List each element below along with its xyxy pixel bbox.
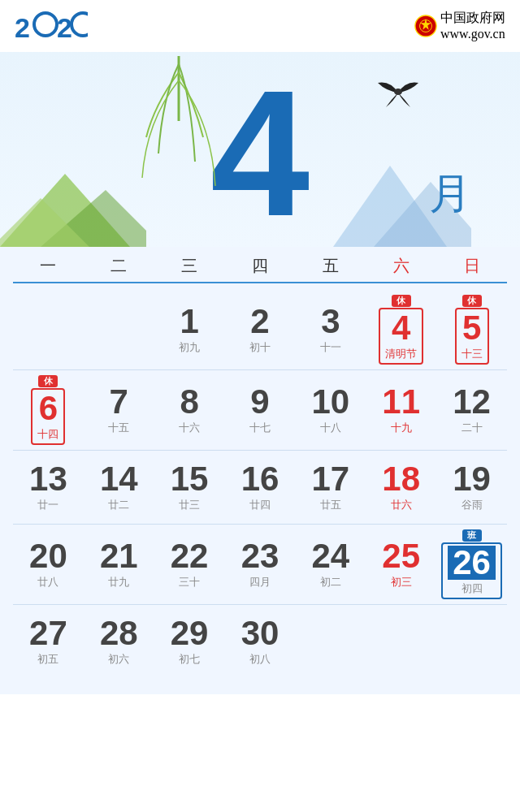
calendar-cell: 15廿三 bbox=[154, 451, 225, 524]
lunar-date: 初二 bbox=[320, 575, 341, 590]
calendar-cell bbox=[366, 605, 436, 678]
lunar-date: 二十 bbox=[462, 421, 483, 435]
swallow-decoration bbox=[374, 76, 422, 109]
gov-branding: 中国政府网 www.gov.cn bbox=[414, 10, 505, 41]
calendar-cell bbox=[13, 290, 84, 369]
lunar-date: 三十 bbox=[179, 575, 200, 590]
day-number: 29 bbox=[171, 616, 209, 650]
calendar-cell: 19谷雨 bbox=[436, 451, 507, 524]
calendar-cell: 14廿二 bbox=[84, 451, 154, 524]
calendar-cell: 20廿八 bbox=[13, 525, 84, 604]
calendar-cell bbox=[84, 290, 154, 369]
lunar-date: 初八 bbox=[249, 652, 271, 667]
calendar-cell: 29初七 bbox=[154, 605, 225, 678]
lunar-date: 十七 bbox=[249, 421, 271, 435]
day-number: 3 bbox=[321, 304, 340, 339]
day-number: 6 bbox=[39, 391, 58, 425]
calendar-cell: 休6十四 bbox=[13, 370, 84, 450]
svg-text:2: 2 bbox=[15, 12, 30, 42]
day-number: 12 bbox=[453, 385, 491, 419]
lunar-date: 初七 bbox=[179, 652, 200, 667]
holiday-badge: 休 bbox=[462, 295, 482, 307]
lunar-date: 廿五 bbox=[320, 498, 341, 512]
header-mon: 一 bbox=[13, 255, 84, 277]
willow-decoration bbox=[130, 56, 228, 202]
lunar-date: 廿一 bbox=[37, 498, 58, 512]
calendar-cell: 25初三 bbox=[366, 525, 436, 604]
work-badge: 班 bbox=[462, 529, 482, 542]
day-number: 1 bbox=[180, 304, 198, 339]
calendar-cell: 班26初四 bbox=[436, 525, 507, 604]
svg-point-11 bbox=[394, 89, 402, 95]
day-headers: 一 二 三 四 五 六 日 bbox=[13, 247, 507, 283]
day-number: 21 bbox=[100, 539, 138, 573]
day-number: 30 bbox=[241, 616, 280, 650]
day-number: 16 bbox=[241, 462, 280, 496]
calendar-cell: 18廿六 bbox=[366, 451, 436, 524]
calendar-cell: 28初六 bbox=[84, 605, 154, 678]
calendar-wrapper: 一 二 三 四 五 六 日 1初九2初十3十一休4清明节休5十三休6十四7十五8… bbox=[0, 247, 520, 694]
day-number: 19 bbox=[453, 462, 491, 496]
day-number: 17 bbox=[311, 462, 349, 496]
lunar-date: 四月 bbox=[249, 575, 271, 590]
day-number: 20 bbox=[29, 539, 67, 573]
calendar-cell: 2初十 bbox=[225, 290, 296, 369]
day-number: 18 bbox=[382, 462, 420, 496]
lunar-date: 清明节 bbox=[385, 347, 417, 361]
day-number: 24 bbox=[311, 539, 349, 573]
lunar-date: 十八 bbox=[320, 421, 341, 435]
day-number: 26 bbox=[448, 546, 496, 580]
calendar-cell: 9十七 bbox=[225, 370, 296, 450]
lunar-date: 廿四 bbox=[249, 498, 271, 512]
day-number: 8 bbox=[180, 385, 198, 419]
lunar-date: 谷雨 bbox=[462, 498, 483, 512]
day-number: 27 bbox=[29, 616, 67, 650]
lunar-date: 廿八 bbox=[37, 575, 58, 590]
lunar-date: 初九 bbox=[179, 340, 200, 355]
lunar-date: 初四 bbox=[462, 581, 483, 596]
calendar-cell: 30初八 bbox=[225, 605, 296, 678]
calendar-cell: 12二十 bbox=[436, 370, 507, 450]
header-fri: 五 bbox=[295, 255, 366, 277]
calendar-cell: 3十一 bbox=[295, 290, 366, 369]
lunar-date: 初十 bbox=[249, 340, 271, 355]
calendar-cell: 1初九 bbox=[154, 290, 225, 369]
lunar-date: 廿六 bbox=[391, 498, 412, 512]
day-number: 14 bbox=[100, 462, 138, 496]
day-number: 15 bbox=[171, 462, 209, 496]
lunar-date: 初三 bbox=[391, 575, 412, 590]
header-wed: 三 bbox=[154, 255, 225, 277]
day-number: 25 bbox=[382, 539, 420, 573]
lunar-date: 廿九 bbox=[108, 575, 129, 590]
calendar-cell bbox=[436, 605, 507, 678]
day-number: 4 bbox=[392, 311, 410, 345]
day-number: 9 bbox=[250, 385, 269, 419]
day-number: 10 bbox=[311, 385, 349, 419]
calendar-cell: 休5十三 bbox=[436, 290, 507, 369]
calendar-grid: 1初九2初十3十一休4清明节休5十三休6十四7十五8十六9十七10十八11十九1… bbox=[13, 290, 507, 678]
lunar-date: 十五 bbox=[108, 421, 129, 435]
day-number: 2 bbox=[250, 304, 269, 339]
lunar-date: 十一 bbox=[320, 340, 341, 355]
calendar-cell: 21廿九 bbox=[84, 525, 154, 604]
calendar-cell: 23四月 bbox=[225, 525, 296, 604]
day-number: 7 bbox=[110, 385, 128, 419]
header-sat: 六 bbox=[366, 255, 436, 277]
holiday-badge: 休 bbox=[38, 375, 58, 387]
svg-point-3 bbox=[72, 13, 88, 36]
svg-point-1 bbox=[34, 13, 57, 36]
gov-title: 中国政府网 bbox=[440, 10, 505, 27]
calendar-cell: 13廿一 bbox=[13, 451, 84, 524]
calendar-cell: 8十六 bbox=[154, 370, 225, 450]
holiday-badge: 休 bbox=[392, 295, 411, 307]
calendar-cell: 22三十 bbox=[154, 525, 225, 604]
lunar-date: 十四 bbox=[37, 427, 58, 442]
header-sun: 日 bbox=[436, 255, 507, 277]
header-tue: 二 bbox=[84, 255, 154, 277]
calendar-cell: 11十九 bbox=[366, 370, 436, 450]
calendar-cell: 17廿五 bbox=[295, 451, 366, 524]
calendar-cell: 24初二 bbox=[295, 525, 366, 604]
header-thu: 四 bbox=[225, 255, 296, 277]
lunar-date: 初五 bbox=[37, 652, 58, 667]
day-number: 23 bbox=[241, 539, 280, 573]
